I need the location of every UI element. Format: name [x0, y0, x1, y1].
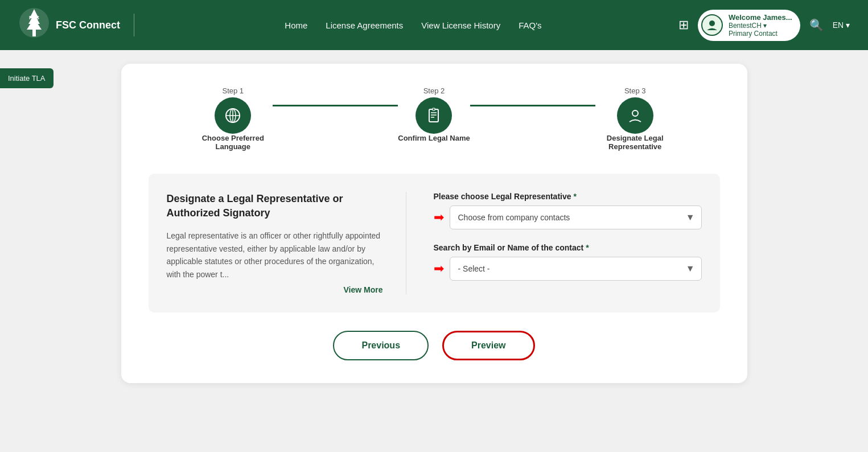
preview-button[interactable]: Preview: [442, 331, 534, 360]
field-search-contact-row: ➡ - Select - ▼: [434, 257, 702, 281]
field-legal-rep-row: ➡ Choose from company contacts ▼: [434, 206, 702, 229]
svg-point-16: [632, 110, 638, 116]
user-info: Welcome James... BentestCH ▾ Primary Con…: [729, 13, 792, 38]
field-search-contact-label: Search by Email or Name of the contact *: [434, 243, 702, 252]
field-legal-rep-label: Please choose Legal Representative *: [434, 192, 702, 201]
grid-icon[interactable]: ⊞: [678, 18, 689, 32]
step-2-label: Confirm Legal Name: [398, 134, 470, 142]
required-mark-1: *: [571, 192, 577, 201]
user-menu[interactable]: Welcome James... BentestCH ▾ Primary Con…: [698, 10, 800, 41]
logo-area[interactable]: FSC FSC Connect: [18, 7, 120, 43]
nav-view-license-history[interactable]: View License History: [421, 20, 500, 30]
field-search-contact: Search by Email or Name of the contact *…: [434, 243, 702, 281]
user-name: Welcome James...: [729, 13, 792, 22]
wizard-card: Step 1 Choose Preferred Language Step 2 …: [121, 64, 747, 383]
step-2-num: Step 2: [423, 87, 445, 95]
header-divider: [134, 14, 134, 36]
form-divider: [406, 192, 406, 294]
form-left: Designate a Legal Representative or Auth…: [167, 192, 383, 294]
arrow-indicator-2: ➡: [434, 261, 444, 276]
language-selector[interactable]: EN ▾: [833, 20, 850, 30]
avatar: [701, 14, 723, 36]
step-3: Step 3 Designate Legal Representative: [595, 87, 675, 151]
step-1-circle: [215, 97, 251, 134]
field-legal-rep: Please choose Legal Representative * ➡ C…: [434, 192, 702, 229]
form-title: Designate a Legal Representative or Auth…: [167, 192, 383, 220]
svg-rect-15: [433, 108, 435, 110]
arrow-indicator-1: ➡: [434, 210, 444, 225]
previous-button[interactable]: Previous: [333, 331, 429, 360]
brand-name: FSC Connect: [56, 19, 120, 31]
form-description: Legal representative is an officer or ot…: [167, 229, 383, 281]
user-org: BentestCH ▾: [729, 22, 792, 30]
step-3-label: Designate Legal Representative: [595, 134, 675, 151]
nav-license-agreements[interactable]: License Agreements: [326, 20, 403, 30]
main-nav: Home License Agreements View License His…: [148, 20, 678, 30]
svg-rect-11: [429, 109, 438, 122]
step-3-num: Step 3: [624, 87, 646, 95]
search-contact-select-wrapper: - Select - ▼: [450, 257, 702, 281]
search-icon[interactable]: 🔍: [809, 18, 824, 32]
step-1-label: Choose Preferred Language: [193, 134, 273, 151]
step-2: Step 2 Confirm Legal Name: [398, 87, 470, 142]
svg-rect-5: [32, 30, 36, 36]
step-3-circle: [617, 97, 653, 134]
nav-home[interactable]: Home: [285, 20, 307, 30]
main-content: Step 1 Choose Preferred Language Step 2 …: [0, 50, 868, 452]
stepper: Step 1 Choose Preferred Language Step 2 …: [149, 87, 720, 151]
initiate-tla-tab[interactable]: Initiate TLA: [0, 68, 54, 88]
header: FSC FSC Connect Home License Agreements …: [0, 0, 868, 50]
view-more-link[interactable]: View More: [167, 285, 383, 294]
svg-point-6: [709, 20, 715, 26]
form-section: Designate a Legal Representative or Auth…: [149, 174, 720, 313]
required-mark-2: *: [583, 243, 589, 252]
form-right: Please choose Legal Representative * ➡ C…: [429, 192, 702, 294]
header-right: ⊞ Welcome James... BentestCH ▾ Primary C…: [678, 10, 850, 41]
search-contact-select[interactable]: - Select -: [450, 257, 702, 281]
step-1-num: Step 1: [222, 87, 244, 95]
buttons-row: Previous Preview: [149, 331, 720, 360]
step-connector-2: [470, 105, 595, 106]
nav-faqs[interactable]: FAQ's: [519, 20, 541, 30]
user-role: Primary Contact: [729, 30, 792, 38]
step-2-circle: [416, 97, 452, 134]
legal-rep-select-wrapper: Choose from company contacts ▼: [450, 206, 702, 229]
legal-rep-select[interactable]: Choose from company contacts: [450, 206, 702, 229]
step-connector-1: [273, 105, 398, 106]
step-1: Step 1 Choose Preferred Language: [193, 87, 273, 151]
